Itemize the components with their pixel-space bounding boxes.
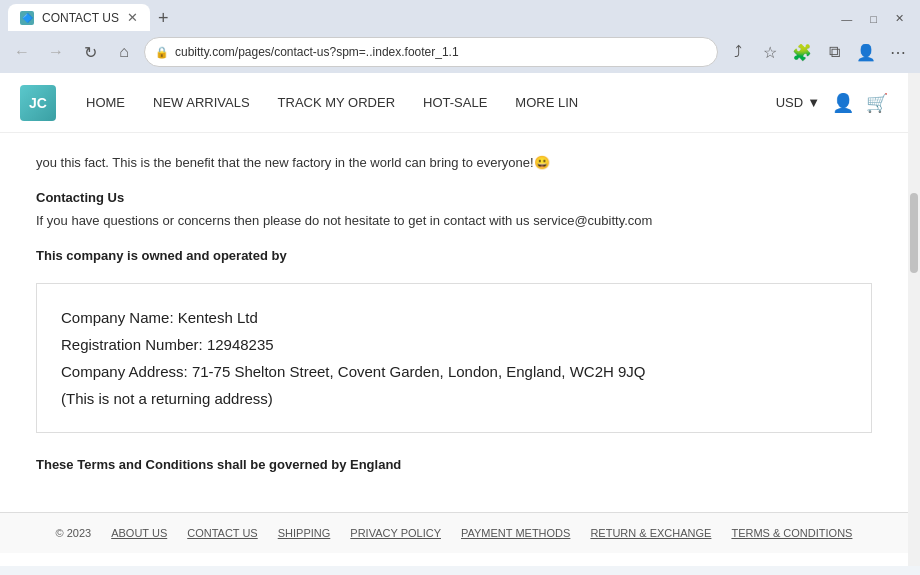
footer-about-us[interactable]: ABOUT US (111, 527, 167, 539)
nav-links: HOME NEW ARRIVALS TRACK MY ORDER HOT-SAL… (86, 95, 776, 110)
tab-title: CONTACT US (42, 11, 119, 25)
address-note: (This is not a returning address) (61, 385, 847, 412)
registration-number: Registration Number: 12948235 (61, 331, 847, 358)
lock-icon: 🔒 (155, 46, 169, 59)
logo-icon: JC (20, 85, 56, 121)
nav-new-arrivals[interactable]: NEW ARRIVALS (153, 95, 250, 110)
footer-privacy-policy[interactable]: PRIVACY POLICY (350, 527, 441, 539)
split-view-button[interactable]: ⧉ (820, 38, 848, 66)
nav-home[interactable]: HOME (86, 95, 125, 110)
nav-more-links[interactable]: MORE LIN (515, 95, 578, 110)
url-input[interactable] (175, 45, 707, 59)
footer-return-exchange[interactable]: RETURN & EXCHANGE (590, 527, 711, 539)
logo[interactable]: JC (20, 85, 56, 121)
currency-selector[interactable]: USD ▼ (776, 95, 820, 110)
back-button[interactable]: ← (8, 38, 36, 66)
scrollbar-thumb[interactable] (910, 193, 918, 273)
contacting-us-heading: Contacting Us (36, 190, 872, 205)
forward-button[interactable]: → (42, 38, 70, 66)
refresh-button[interactable]: ↻ (76, 38, 104, 66)
footer-shipping[interactable]: SHIPPING (278, 527, 331, 539)
close-button[interactable]: ✕ (887, 10, 912, 27)
window-controls: — □ ✕ (833, 10, 912, 31)
nav-right: USD ▼ 👤 🛒 (776, 92, 888, 114)
address-bar-row: ← → ↻ ⌂ 🔒 ⤴ ☆ 🧩 ⧉ 👤 ⋯ (0, 31, 920, 73)
site-footer: © 2023 ABOUT US CONTACT US SHIPPING PRIV… (0, 512, 908, 553)
active-tab[interactable]: 🔷 CONTACT US ✕ (8, 4, 150, 31)
titlebar: 🔷 CONTACT US ✕ + — □ ✕ (0, 0, 920, 31)
new-tab-button[interactable]: + (150, 8, 177, 29)
company-name: Company Name: Kentesh Ltd (61, 304, 847, 331)
bookmark-button[interactable]: ☆ (756, 38, 784, 66)
contact-text-content: If you have questions or concerns then p… (36, 213, 652, 228)
nav-track-my-order[interactable]: TRACK MY ORDER (278, 95, 396, 110)
tab-close-button[interactable]: ✕ (127, 10, 138, 25)
cart-button[interactable]: 🛒 (866, 92, 888, 114)
home-button[interactable]: ⌂ (110, 38, 138, 66)
contacting-us-text: If you have questions or concerns then p… (36, 211, 872, 232)
profile-button[interactable]: 👤 (852, 38, 880, 66)
footer-terms-conditions[interactable]: TERMS & CONDITIONS (731, 527, 852, 539)
logo-text: JC (29, 95, 47, 111)
site-content: JC HOME NEW ARRIVALS TRACK MY ORDER HOT-… (0, 73, 908, 553)
company-address: Company Address: 71-75 Shelton Street, C… (61, 358, 847, 385)
main-content: you this fact. This is the benefit that … (0, 133, 908, 512)
footer-contact-us[interactable]: CONTACT US (187, 527, 258, 539)
ownership-text: This company is owned and operated by (36, 248, 872, 263)
share-button[interactable]: ⤴ (724, 38, 752, 66)
nav-hot-sale[interactable]: HOT-SALE (423, 95, 487, 110)
intro-paragraph: you this fact. This is the benefit that … (36, 153, 872, 174)
page-wrapper: JC HOME NEW ARRIVALS TRACK MY ORDER HOT-… (0, 73, 920, 566)
currency-chevron: ▼ (807, 95, 820, 110)
scrollbar[interactable] (908, 73, 920, 566)
footer-payment-methods[interactable]: PAYMENT METHODS (461, 527, 570, 539)
browser-action-buttons: ⤴ ☆ 🧩 ⧉ 👤 ⋯ (724, 38, 912, 66)
company-info-box: Company Name: Kentesh Ltd Registration N… (36, 283, 872, 433)
account-button[interactable]: 👤 (832, 92, 854, 114)
currency-label: USD (776, 95, 803, 110)
menu-button[interactable]: ⋯ (884, 38, 912, 66)
site-nav: JC HOME NEW ARRIVALS TRACK MY ORDER HOT-… (0, 73, 908, 133)
tab-favicon: 🔷 (20, 11, 34, 25)
maximize-button[interactable]: □ (862, 10, 885, 27)
minimize-button[interactable]: — (833, 10, 860, 27)
tab-bar: 🔷 CONTACT US ✕ + (8, 4, 176, 31)
footer-copyright: © 2023 (56, 527, 92, 539)
browser-window: 🔷 CONTACT US ✕ + — □ ✕ ← → ↻ ⌂ 🔒 ⤴ ☆ 🧩 ⧉… (0, 0, 920, 566)
extensions-button[interactable]: 🧩 (788, 38, 816, 66)
terms-note: These Terms and Conditions shall be gove… (36, 457, 872, 472)
address-bar[interactable]: 🔒 (144, 37, 718, 67)
